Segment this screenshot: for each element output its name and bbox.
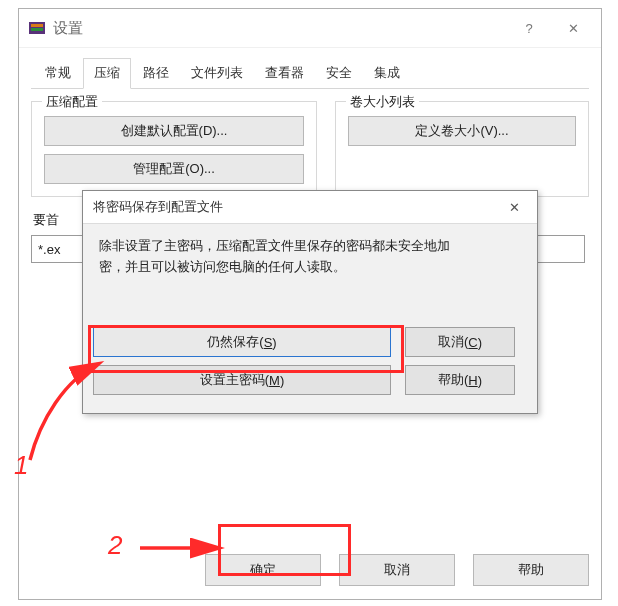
group-volume-sizes: 卷大小列表 定义卷大小(V)... [335,101,589,197]
group-compress-profiles: 压缩配置 创建默认配置(D)... 管理配置(O)... [31,101,317,197]
close-button[interactable]: ✕ [551,13,595,43]
arrow-1-icon [20,360,110,470]
svg-rect-2 [31,28,43,31]
titlebar: 设置 ? ✕ [19,9,601,48]
window-title: 设置 [53,19,507,38]
cancel-button[interactable]: 取消 [339,554,455,586]
annotation-number-1: 1 [14,450,28,481]
group-legend: 压缩配置 [42,93,102,111]
svg-rect-1 [31,24,43,27]
tab-filelist[interactable]: 文件列表 [181,59,253,88]
group-legend: 卷大小列表 [346,93,419,111]
tab-security[interactable]: 安全 [316,59,362,88]
tab-compress[interactable]: 压缩 [83,58,131,89]
dialog-titlebar: 将密码保存到配置文件 ✕ [83,191,537,224]
dialog-message: 除非设置了主密码，压缩配置文件里保存的密码都未安全地加 密，并且可以被访问您电脑… [83,224,537,290]
help-button[interactable]: ? [507,13,551,43]
dialog-help-button[interactable]: 帮助(H) [405,365,515,395]
tab-strip: 常规 压缩 路径 文件列表 查看器 安全 集成 [31,60,589,89]
dialog-title: 将密码保存到配置文件 [93,198,497,216]
tab-integrate[interactable]: 集成 [364,59,410,88]
tab-paths[interactable]: 路径 [133,59,179,88]
arrow-2-icon [140,536,228,560]
dialog-cancel-button[interactable]: 取消(C) [405,327,515,357]
set-master-password-button[interactable]: 设置主密码(M) [93,365,391,395]
save-password-dialog: 将密码保存到配置文件 ✕ 除非设置了主密码，压缩配置文件里保存的密码都未安全地加… [82,190,538,414]
manage-profiles-button[interactable]: 管理配置(O)... [44,154,304,184]
tab-viewer[interactable]: 查看器 [255,59,314,88]
still-save-button[interactable]: 仍然保存(S) [93,327,391,357]
tab-general[interactable]: 常规 [35,59,81,88]
winrar-icon [27,18,47,38]
annotation-number-2: 2 [108,530,122,561]
define-volume-sizes-button[interactable]: 定义卷大小(V)... [348,116,576,146]
dialog-close-button[interactable]: ✕ [497,195,531,219]
create-default-profile-button[interactable]: 创建默认配置(D)... [44,116,304,146]
help-button[interactable]: 帮助 [473,554,589,586]
